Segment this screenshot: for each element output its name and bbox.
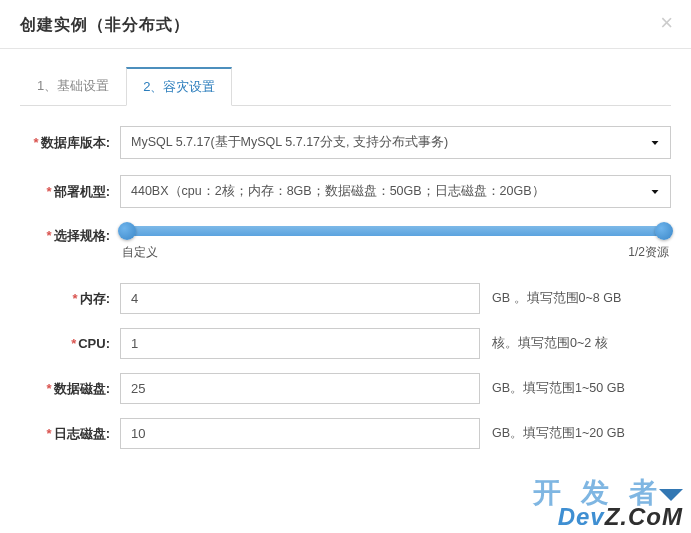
modal-title: 创建实例（非分布式） [20, 15, 671, 36]
cpu-hint: 核。填写范围0~2 核 [492, 335, 608, 352]
select-db-version[interactable]: MySQL 5.7.17(基于MySQL 5.7.17分支, 支持分布式事务) [120, 126, 671, 159]
watermark: 开 发 者 DevZ.CoM [533, 479, 683, 529]
row-deploy-type: *部署机型: 440BX（cpu：2核；内存：8GB；数据磁盘：50GB；日志磁… [20, 175, 671, 208]
spec-slider[interactable]: 自定义 1/2资源 [120, 224, 671, 261]
form-body: *数据库版本: MySQL 5.7.17(基于MySQL 5.7.17分支, 支… [0, 106, 691, 473]
modal-header: 创建实例（非分布式） × [0, 0, 691, 49]
row-cpu: *CPU: 核。填写范围0~2 核 [20, 328, 671, 359]
select-deploy-type[interactable]: 440BX（cpu：2核；内存：8GB；数据磁盘：50GB；日志磁盘：20GB） [120, 175, 671, 208]
select-db-version-value: MySQL 5.7.17(基于MySQL 5.7.17分支, 支持分布式事务) [120, 126, 671, 159]
slider-handle-left[interactable] [118, 222, 136, 240]
data-disk-hint: GB。填写范围1~50 GB [492, 380, 625, 397]
create-instance-modal: 创建实例（非分布式） × 1、基础设置 2、容灾设置 *数据库版本: MySQL… [0, 0, 691, 473]
memory-input[interactable] [120, 283, 480, 314]
memory-hint: GB 。填写范围0~8 GB [492, 290, 621, 307]
slider-min-label: 自定义 [122, 244, 158, 261]
tab-list: 1、基础设置 2、容灾设置 [20, 67, 671, 106]
log-disk-input[interactable] [120, 418, 480, 449]
slider-max-label: 1/2资源 [628, 244, 669, 261]
log-disk-hint: GB。填写范围1~20 GB [492, 425, 625, 442]
close-icon[interactable]: × [660, 10, 673, 36]
row-data-disk: *数据磁盘: GB。填写范围1~50 GB [20, 373, 671, 404]
row-log-disk: *日志磁盘: GB。填写范围1~20 GB [20, 418, 671, 449]
slider-track[interactable] [127, 226, 664, 236]
tab-disaster-recovery[interactable]: 2、容灾设置 [126, 67, 232, 106]
tab-basic-settings[interactable]: 1、基础设置 [20, 67, 126, 106]
label-deploy-type: *部署机型: [20, 183, 120, 201]
row-memory: *内存: GB 。填写范围0~8 GB [20, 283, 671, 314]
watermark-line2: DevZ.CoM [533, 505, 683, 529]
slider-handle-right[interactable] [655, 222, 673, 240]
data-disk-input[interactable] [120, 373, 480, 404]
label-cpu: *CPU: [20, 336, 120, 351]
cpu-input[interactable] [120, 328, 480, 359]
tab-container: 1、基础设置 2、容灾设置 [0, 49, 691, 106]
label-db-version: *数据库版本: [20, 134, 120, 152]
row-spec: *选择规格: 自定义 1/2资源 [20, 224, 671, 261]
row-db-version: *数据库版本: MySQL 5.7.17(基于MySQL 5.7.17分支, 支… [20, 126, 671, 159]
slider-labels: 自定义 1/2资源 [120, 244, 671, 261]
select-deploy-type-value: 440BX（cpu：2核；内存：8GB；数据磁盘：50GB；日志磁盘：20GB） [120, 175, 671, 208]
watermark-line1: 开 发 者 [533, 479, 683, 507]
label-data-disk: *数据磁盘: [20, 380, 120, 398]
arrow-down-icon [659, 489, 683, 501]
label-memory: *内存: [20, 290, 120, 308]
label-log-disk: *日志磁盘: [20, 425, 120, 443]
label-spec: *选择规格: [20, 224, 120, 245]
